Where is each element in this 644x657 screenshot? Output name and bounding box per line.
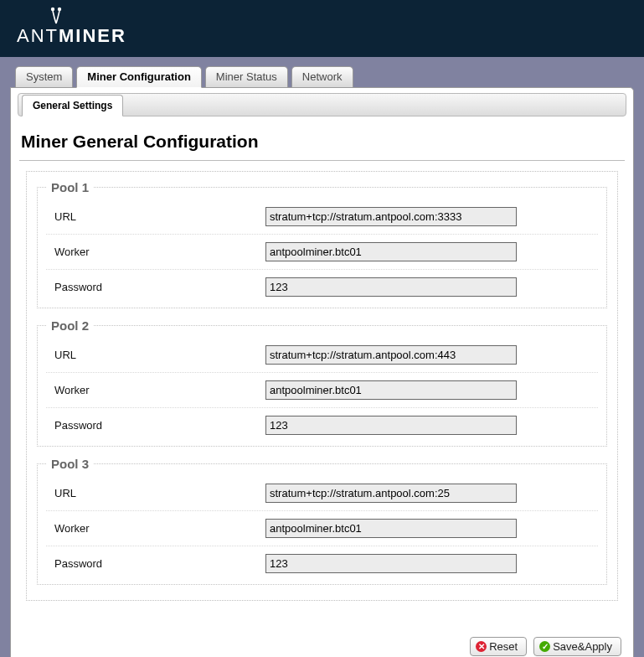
brand-logo: ANTMINER <box>17 7 627 45</box>
pool-3-fieldset: Pool 3 URL Worker Password <box>37 457 607 585</box>
reset-button[interactable]: ✕ Reset <box>470 637 527 656</box>
pools-container: Pool 1 URL Worker Password Pool 2 URL <box>26 171 618 601</box>
sub-tab-bar: General Settings <box>18 93 626 116</box>
pool-2-url-input[interactable] <box>265 345 517 365</box>
button-bar: ✕ Reset ✓ Save&Apply <box>470 637 621 656</box>
pool-2-password-input[interactable] <box>265 416 517 435</box>
pool-1-password-row: Password <box>46 270 598 304</box>
pool-3-password-label: Password <box>48 557 265 570</box>
pool-2-worker-input[interactable] <box>265 380 517 400</box>
app-header: ANTMINER <box>0 0 644 57</box>
pool-2-password-row: Password <box>46 408 598 442</box>
tab-system[interactable]: System <box>15 66 73 88</box>
pool-1-password-input[interactable] <box>265 277 517 297</box>
pool-2-legend: Pool 2 <box>46 318 94 333</box>
main-area: System Miner Configuration Miner Status … <box>0 57 644 657</box>
pool-3-worker-input[interactable] <box>265 519 517 538</box>
pool-3-worker-row: Worker <box>46 511 598 546</box>
pool-3-password-row: Password <box>46 546 598 581</box>
config-panel: General Settings Miner General Configura… <box>10 87 634 657</box>
pool-3-url-input[interactable] <box>265 484 517 503</box>
pool-1-fieldset: Pool 1 URL Worker Password <box>37 180 607 308</box>
reset-icon: ✕ <box>476 641 487 652</box>
pool-1-legend: Pool 1 <box>46 180 94 194</box>
pool-2-fieldset: Pool 2 URL Worker Password <box>37 318 607 447</box>
pool-3-legend: Pool 3 <box>46 457 94 471</box>
pool-2-worker-row: Worker <box>46 373 598 408</box>
svg-point-0 <box>51 8 54 11</box>
pool-1-worker-label: Worker <box>48 246 265 258</box>
svg-point-1 <box>58 8 61 11</box>
tab-network[interactable]: Network <box>291 66 353 88</box>
pool-2-url-row: URL <box>46 338 598 373</box>
pool-3-url-label: URL <box>48 487 265 499</box>
brand-text: ANTMINER <box>17 27 126 45</box>
pool-1-url-row: URL <box>46 199 598 235</box>
save-apply-button-label: Save&Apply <box>553 640 612 653</box>
reset-button-label: Reset <box>489 640 518 653</box>
tab-miner-status[interactable]: Miner Status <box>205 66 288 88</box>
pool-3-password-input[interactable] <box>265 554 517 573</box>
pool-1-password-label: Password <box>48 281 265 293</box>
apply-icon: ✓ <box>539 641 550 652</box>
save-apply-button[interactable]: ✓ Save&Apply <box>533 637 621 656</box>
page-title: Miner General Configuration <box>18 125 626 160</box>
pool-2-password-label: Password <box>48 419 265 432</box>
sub-tab-general-settings[interactable]: General Settings <box>22 95 123 116</box>
main-tab-bar: System Miner Configuration Miner Status … <box>10 65 634 87</box>
pool-1-worker-input[interactable] <box>265 242 517 261</box>
pool-1-worker-row: Worker <box>46 235 598 270</box>
pool-2-url-label: URL <box>48 349 265 361</box>
pool-2-worker-label: Worker <box>48 384 265 396</box>
tab-miner-configuration[interactable]: Miner Configuration <box>76 66 202 88</box>
pool-3-url-row: URL <box>46 476 598 511</box>
pool-1-url-label: URL <box>48 210 265 223</box>
pool-1-url-input[interactable] <box>265 207 517 226</box>
pool-3-worker-label: Worker <box>48 522 265 535</box>
divider <box>19 160 625 161</box>
